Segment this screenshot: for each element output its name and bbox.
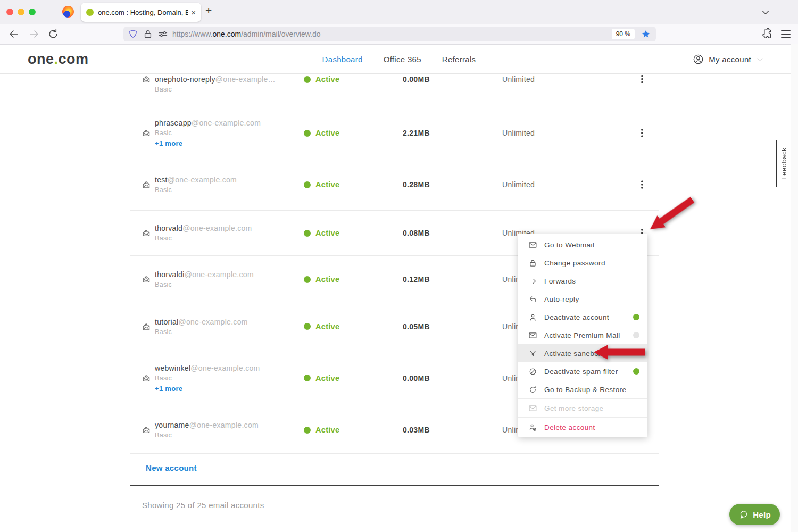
url-bar[interactable]: https://www.one.com/admin/mail/overview.… (123, 27, 656, 41)
plan-label: Basic (155, 86, 276, 93)
menu-item-get-more-storage: Get more storage (518, 398, 647, 417)
menu-item-go-to-webmail[interactable]: Go to Webmail (518, 236, 647, 254)
plan-label: Basic (155, 328, 248, 336)
menu-hamburger-icon[interactable] (781, 30, 791, 38)
status-label: Active (315, 374, 339, 383)
forward-button[interactable] (28, 28, 40, 40)
email-name: yourname (155, 421, 189, 429)
feedback-label: Feedback (780, 147, 788, 180)
bookmark-star-icon[interactable] (641, 29, 651, 39)
account-identity: test@one-example.com Basic (155, 176, 237, 194)
tab-close-icon[interactable]: × (191, 8, 196, 17)
arrow-right-icon (528, 277, 537, 286)
blocked-icon (528, 367, 537, 376)
accounts-summary-text: Showing 25 of 25 email accounts (142, 501, 264, 510)
mail-account-icon (142, 275, 151, 284)
more-aliases-link[interactable]: +1 more (155, 384, 182, 392)
table-row-test: test@one-example.com Basic Active 0.28MB… (130, 159, 659, 211)
mailbox-size: 0.00MB (403, 75, 430, 84)
menu-item-go-to-backup-restore[interactable]: Go to Backup & Restore (518, 380, 647, 398)
mail-account-icon (142, 229, 151, 237)
status-dot (304, 276, 311, 283)
menu-item-auto-reply[interactable]: Auto-reply (518, 290, 647, 308)
new-account-link[interactable]: New account (146, 463, 197, 472)
my-account-label: My account (709, 55, 751, 64)
email-domain: @one-example.com (168, 176, 237, 184)
status-label: Active (315, 129, 339, 137)
mail-account-icon (142, 374, 151, 383)
new-tab-button[interactable]: + (205, 4, 212, 17)
row-actions-kebab[interactable] (637, 180, 647, 188)
table-row-onephoto-noreply: onephoto-noreply@one-example… Basic Acti… (130, 73, 659, 107)
person-icon (528, 313, 537, 322)
url-prefix: https://www. (172, 30, 212, 38)
menu-item-change-password[interactable]: Change password (518, 254, 647, 272)
email-address: thorvaldi@one-example.com (155, 270, 254, 279)
menu-status-dot-green (633, 368, 639, 375)
account-chevron-down-icon (756, 55, 764, 63)
more-aliases-link[interactable]: +1 more (155, 139, 182, 147)
menu-item-deactivate-spam-filter[interactable]: Deactivate spam filter (518, 362, 647, 380)
funnel-icon (528, 349, 537, 358)
permissions-icon[interactable] (157, 29, 168, 39)
status-dot (304, 76, 311, 83)
status-dot (304, 230, 311, 237)
extensions-puzzle-icon[interactable] (761, 28, 774, 40)
envelope-icon (528, 404, 537, 413)
my-account-menu[interactable]: My account (693, 45, 764, 73)
quota: Unlimited (502, 129, 535, 137)
chat-bubble-icon (738, 510, 749, 520)
close-window-button[interactable] (6, 9, 13, 15)
status: Active (304, 229, 339, 237)
menu-status-dot-gray (633, 332, 639, 338)
scrollbar[interactable] (791, 44, 798, 532)
plan-label: Basic (155, 235, 252, 242)
row-actions-kebab[interactable] (637, 129, 647, 137)
account-identity: thorvald@one-example.com Basic (155, 224, 252, 242)
email-name: webwinkel (155, 363, 190, 372)
lock-icon[interactable] (143, 29, 153, 39)
mail-account-icon (142, 180, 151, 189)
nav-dashboard[interactable]: Dashboard (322, 55, 363, 64)
main-nav: DashboardOffice 365Referrals (0, 45, 798, 73)
status-dot (304, 181, 311, 188)
menu-item-delete-account[interactable]: Delete account (518, 417, 647, 437)
reload-button[interactable] (47, 28, 60, 40)
plan-label: Basic (155, 186, 237, 194)
feedback-tab[interactable]: Feedback (776, 140, 791, 187)
email-address: tutorial@one-example.com (155, 318, 248, 326)
browser-tab[interactable]: one.com : Hosting, Domain, Ema × (81, 3, 201, 22)
account-identity: webwinkel@one-example.com Basic +1 more (155, 363, 260, 393)
status: Active (304, 180, 339, 189)
mailbox-size: 0.00MB (403, 374, 430, 383)
reply-icon (528, 295, 537, 304)
row-actions-kebab[interactable] (637, 75, 647, 83)
tab-list-chevron-icon[interactable] (760, 6, 771, 18)
zoom-window-button[interactable] (29, 9, 36, 15)
table-row-phraseapp: phraseapp@one-example.com Basic +1 more … (130, 107, 659, 159)
tracking-protection-shield-icon[interactable] (128, 29, 138, 39)
minimize-window-button[interactable] (18, 9, 24, 15)
annotation-arrow-sanebox (594, 344, 647, 360)
account-avatar-icon (693, 54, 704, 65)
nav-referrals[interactable]: Referrals (442, 55, 476, 64)
help-button[interactable]: Help (729, 504, 780, 525)
menu-item-deactivate-account[interactable]: Deactivate account (518, 308, 647, 326)
plan-label: Basic (155, 129, 261, 137)
menu-item-forwards[interactable]: Forwards (518, 272, 647, 290)
status: Active (304, 322, 339, 331)
menu-item-activate-premium-mail[interactable]: Activate Premium Mail (518, 326, 647, 344)
email-address: onephoto-noreply@one-example… (155, 75, 276, 84)
zoom-level-badge[interactable]: 90 % (612, 29, 635, 39)
mailbox-size: 0.05MB (403, 322, 430, 331)
nav-office-365[interactable]: Office 365 (384, 55, 421, 64)
back-button[interactable] (7, 28, 20, 40)
email-address: test@one-example.com (155, 176, 237, 184)
email-address: thorvald@one-example.com (155, 224, 252, 232)
status: Active (304, 75, 339, 84)
mailbox-size: 2.21MB (403, 129, 430, 137)
url-text[interactable]: https://www.one.com/admin/mail/overview.… (172, 30, 612, 38)
mail-account-icon (142, 322, 151, 331)
email-domain: @one-example.com (189, 421, 259, 429)
account-identity: thorvaldi@one-example.com Basic (155, 270, 254, 288)
